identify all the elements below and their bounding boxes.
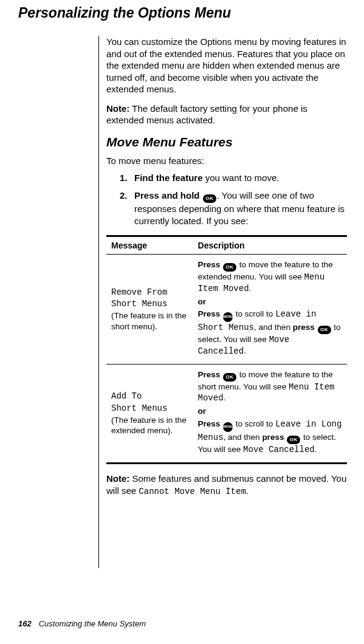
table-row: Add To Short Menus (The feature is in th… [106, 364, 347, 463]
note-default-setting: Note: The default factory setting for yo… [106, 103, 347, 126]
footer-section: Customizing the Menu System [39, 619, 146, 628]
lcd-message-line1: Remove From [111, 287, 188, 298]
description-cell: Press OK to move the feature to the exte… [193, 255, 347, 365]
description-text: to scroll to [233, 419, 275, 428]
page-title: Personalizing the Options Menu [18, 5, 347, 21]
table-row: Remove From Short Menus (The feature is … [106, 255, 347, 365]
page-footer: 162Customizing the Menu System [18, 619, 146, 628]
lead-in-text: To move menu features: [106, 156, 347, 166]
step-body: Press and hold OK. You will see one of t… [134, 190, 347, 227]
message-table: Message Description Remove From Short Me… [106, 235, 347, 464]
press-bold: press [293, 323, 315, 332]
step-bold-text: Press and hold [134, 190, 202, 200]
description-paragraph: Press MENU to scroll to Leave in Long Me… [198, 419, 342, 455]
step-2: 2. Press and hold OK. You will see one o… [120, 190, 347, 227]
content-column: You can customize the Options menu by mo… [98, 36, 347, 568]
ok-icon: OK [318, 326, 331, 334]
note-text: . [246, 485, 249, 496]
message-cell: Remove From Short Menus (The feature is … [106, 255, 193, 365]
note-text: The default factory setting for your pho… [106, 103, 307, 126]
lcd-message-line2: Short Menus [111, 403, 188, 414]
steps-list: 1. Find the feature you want to move. 2.… [120, 172, 347, 227]
description-text: . [244, 346, 246, 355]
table-header-row: Message Description [106, 236, 347, 255]
step-number: 1. [120, 172, 134, 184]
ok-icon: OK [203, 194, 216, 203]
menu-icon: MENU [223, 312, 233, 322]
page-content: Personalizing the Options Menu You can c… [0, 0, 364, 568]
description-paragraph: Press MENU to scroll to Leave in Short M… [198, 309, 342, 356]
message-cell: Add To Short Menus (The feature is in th… [106, 364, 193, 463]
note-label: Note: [106, 103, 129, 114]
ok-icon: OK [223, 373, 236, 382]
lcd-message-line1: Add To [111, 391, 188, 402]
note-cannot-move: Note: Some features and submenus cannot … [106, 473, 347, 497]
note-label: Note: [106, 473, 129, 484]
press-label: Press [198, 370, 223, 379]
description-paragraph: Press OK to move the feature to the exte… [198, 259, 342, 294]
subheading-move-features: Move Menu Features [106, 135, 347, 149]
message-subtext: (The feature is in the short menu). [111, 310, 188, 332]
or-label: or [198, 406, 342, 417]
description-text: , and then [224, 433, 263, 442]
description-paragraph: Press OK to move the feature to the shor… [198, 369, 342, 404]
step-body: Find the feature you want to move. [134, 172, 347, 184]
header-message: Message [106, 236, 193, 255]
description-text: . [315, 445, 317, 454]
press-label: Press [198, 419, 223, 428]
press-bold: press [262, 433, 284, 442]
description-text: to scroll to [233, 309, 275, 318]
ok-icon: OK [223, 263, 236, 272]
description-cell: Press OK to move the feature to the shor… [193, 364, 347, 463]
lcd-text: Move Cancelled [243, 445, 315, 454]
page-number: 162 [18, 619, 32, 628]
press-label: Press [198, 260, 223, 269]
lcd-text: Cannot Move Menu Item [139, 487, 246, 496]
description-text [315, 323, 317, 332]
message-subtext: (The feature is in the extended menu). [111, 415, 188, 436]
or-label: or [198, 296, 342, 307]
intro-paragraph: You can customize the Options menu by mo… [106, 36, 347, 95]
lcd-message-line2: Short Menus [111, 298, 188, 310]
step-bold-text: Find the feature [134, 173, 203, 183]
description-text: . [224, 393, 226, 402]
header-description: Description [193, 236, 347, 255]
description-text [284, 433, 286, 442]
description-text: . [249, 284, 252, 293]
step-number: 2. [120, 190, 134, 227]
menu-icon: MENU [223, 422, 233, 432]
step-rest-text: you want to move. [203, 173, 280, 183]
step-1: 1. Find the feature you want to move. [120, 172, 347, 184]
ok-icon: OK [287, 436, 300, 444]
press-label: Press [198, 309, 223, 318]
description-text: , and then [254, 323, 293, 332]
